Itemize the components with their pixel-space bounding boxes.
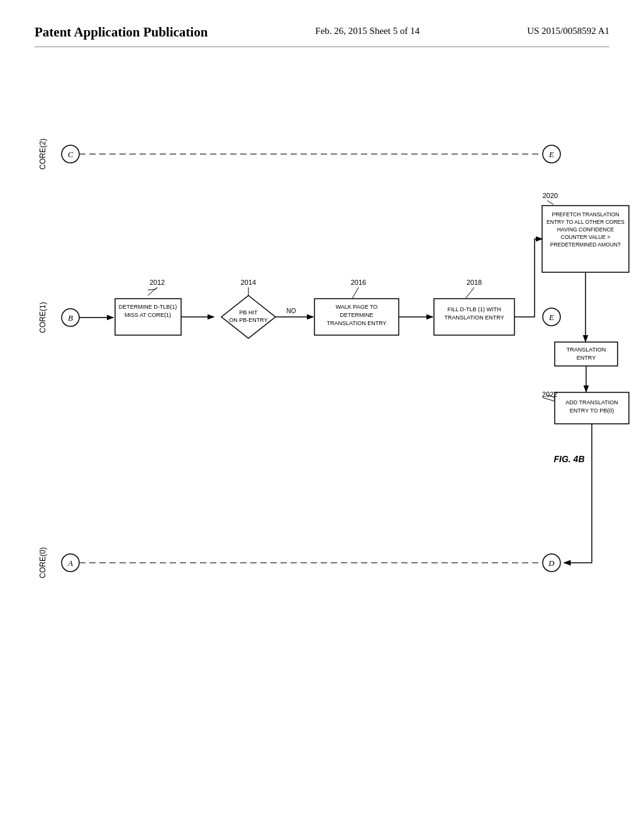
fig-4b-label: FIG. 4B — [553, 454, 584, 464]
lbl2020-leader — [547, 201, 553, 204]
bracket-2016 — [352, 287, 358, 299]
c-text: C — [68, 150, 74, 159]
r2018-t2: TRANSLATION ENTRY — [444, 314, 504, 321]
pub-date-sheet: Feb. 26, 2015 Sheet 5 of 14 — [315, 24, 419, 36]
pub-number: US 2015/0058592 A1 — [527, 24, 609, 36]
r2020-t5: PREDETERMINED AMOUNT — [550, 241, 621, 248]
r2022-t2: ENTRY TO PB(0) — [570, 407, 614, 414]
r2016-t2: DETERMINE — [340, 312, 373, 318]
pub-title: Patent Application Publication — [35, 24, 208, 40]
r2022-t1: ADD TRANSLATION — [565, 399, 618, 406]
r2012-t2: MISS AT CORE(1) — [125, 312, 171, 318]
e-top-text: E — [548, 150, 554, 159]
no-txt: NO — [287, 307, 296, 314]
core2-region-label: CORE(2) — [38, 139, 47, 170]
r2016-t1: WALK PAGE TO — [336, 304, 378, 310]
bracket-2018 — [465, 287, 474, 299]
te-t2: ENTRY — [577, 355, 596, 361]
lbl-2016: 2016 — [351, 279, 366, 286]
r2020-t3: HAVING CONFIDENCE — [557, 226, 614, 233]
r2018-t1: FILL D-TLB (1) WITH — [447, 306, 501, 313]
rect-trans-entry — [555, 342, 618, 366]
r2012-t1: DETERMINE D-TLB(1) — [119, 304, 177, 310]
arr-2022-d — [564, 424, 592, 563]
e-right-text: E — [548, 313, 554, 322]
d2014-t2: ON PB-ENTRY — [229, 317, 267, 323]
b-text: B — [68, 313, 73, 323]
lbl-2012: 2012 — [150, 279, 165, 286]
header-container: Patent Application Publication Feb. 26, … — [0, 0, 644, 47]
patent-diagram: CORE(2) C E CORE(1) B 2012 DETERMINE D-T… — [0, 47, 644, 770]
arr-2018-2020 — [514, 239, 542, 317]
bracket-2012 — [148, 287, 157, 296]
r2020-t4: COUNTER VALUE > — [561, 234, 611, 240]
r2020-t2: ENTRY TO ALL OTHER CORES — [547, 219, 625, 225]
page-background: Patent Application Publication Feb. 26, … — [0, 0, 644, 830]
a-text: A — [67, 558, 73, 568]
core1-region-label: CORE(1) — [38, 302, 47, 333]
te-t1: TRANSLATION — [567, 346, 606, 353]
d-text: D — [548, 558, 555, 568]
lbl-2018: 2018 — [467, 279, 482, 286]
lbl-2020: 2020 — [543, 192, 558, 199]
lbl-2014: 2014 — [241, 279, 256, 286]
core0-region-label: CORE(0) — [38, 548, 47, 578]
d2014-t1: PB HIT — [239, 309, 258, 316]
r2016-t3: TRANSLATION ENTRY — [326, 320, 386, 326]
r2020-t1: PREFETCH TRANSLATION — [552, 211, 619, 218]
lbl-2022: 2022 — [542, 390, 557, 398]
